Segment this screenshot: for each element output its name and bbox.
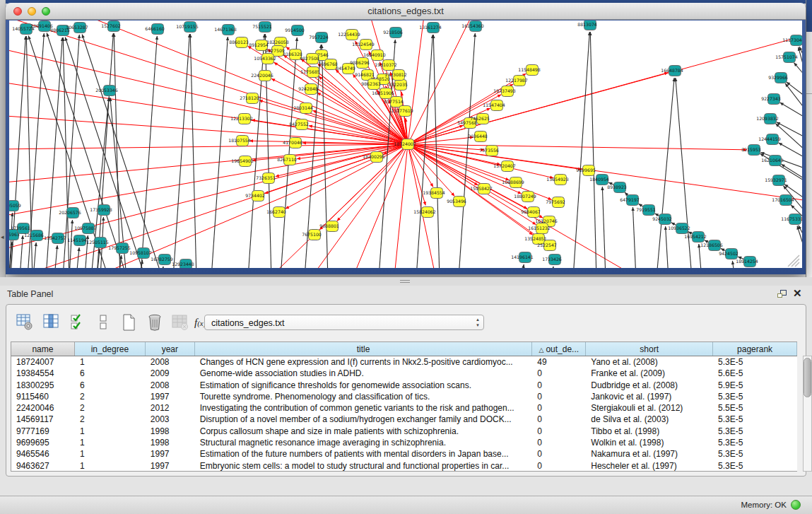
- table-cell: 9115460: [11, 391, 75, 402]
- network-node-label: 9914500: [285, 28, 305, 33]
- table-cell: 1997: [146, 460, 195, 472]
- table-cell: Corpus callosum shape and size in male p…: [195, 426, 533, 437]
- black-edge: [190, 34, 196, 268]
- network-node-label: 10543362: [254, 56, 276, 61]
- table-row[interactable]: 969969511998Structural magnetic resonanc…: [11, 437, 797, 448]
- table-selector-dropdown[interactable]: citations_edges.txt ▲▼: [204, 315, 484, 330]
- network-node-label: 7515521: [252, 24, 272, 29]
- column-header[interactable]: year: [146, 342, 195, 356]
- column-header[interactable]: title: [195, 342, 533, 356]
- network-node-label: 8215953: [741, 147, 761, 152]
- panel-collapse-arrow-icon[interactable]: ◂: [1, 233, 4, 240]
- table-scrollbar[interactable]: [803, 356, 812, 472]
- black-edge: [20, 235, 23, 268]
- table-cell: 6: [75, 368, 146, 379]
- network-node-label: 1662740: [266, 209, 286, 214]
- network-node-label: 9424502: [719, 251, 739, 256]
- table-cell: 0: [532, 380, 586, 391]
- table-cell: 5.5E-5: [713, 402, 797, 414]
- network-node-label: 11675331: [781, 216, 802, 221]
- table-cell: 5.9E-5: [713, 380, 797, 391]
- edge-arrowhead: [82, 34, 85, 37]
- table-row[interactable]: 911546021997Tourette syndrome. Phenomeno…: [11, 391, 797, 402]
- network-node-label: 15824062: [413, 209, 436, 214]
- table-cell: 0: [532, 414, 586, 425]
- table-header-row: namein_degreeyeartitle△out_de...shortpag…: [11, 342, 797, 356]
- red-edge: [9, 42, 408, 144]
- network-node-label: 8813074: [577, 22, 597, 27]
- network-node-label: 9088801: [319, 223, 339, 228]
- network-node-label: 8577514: [384, 99, 404, 104]
- splitter-grip-icon[interactable]: [400, 279, 410, 284]
- black-edge: [69, 220, 72, 268]
- background-window-edge: [806, 0, 812, 277]
- table-row[interactable]: 1872400712008Changes of HCN gene express…: [11, 356, 797, 368]
- network-node-label: 7919551: [636, 207, 656, 212]
- network-node-label: 13777619: [391, 108, 413, 113]
- network-node-label: 18107554: [228, 138, 251, 143]
- network-node-label: 4170046: [283, 140, 302, 145]
- network-node-label: 19737493: [493, 88, 516, 93]
- network-node-label: 19384554: [423, 190, 445, 195]
- table-row[interactable]: 2242004622012Investigating the contribut…: [11, 402, 797, 414]
- red-edge: [9, 144, 408, 268]
- table-settings-icon[interactable]: [16, 313, 33, 332]
- table-row[interactable]: 1456911722003Disruption of a novel membe…: [11, 414, 797, 425]
- column-header[interactable]: short: [586, 342, 713, 356]
- network-node-label: 1215686: [24, 233, 44, 238]
- left-collapsed-panel[interactable]: ◂: [0, 0, 6, 277]
- table-cell: Embryonic stem cells: a model to study s…: [195, 460, 533, 472]
- table-row[interactable]: 1938455462009Genome-wide association stu…: [11, 368, 797, 379]
- network-node-label: 17016504: [772, 197, 794, 202]
- table-cell: 1: [75, 437, 146, 448]
- table-cell: 5.3E-5: [713, 448, 797, 460]
- table-cell: Jankovic et al. (1997): [586, 391, 713, 402]
- table-cell: 0: [532, 448, 586, 460]
- edge-arrowhead: [42, 33, 45, 37]
- close-panel-icon[interactable]: ✕: [793, 288, 802, 299]
- network-node-label: 16210643: [761, 158, 784, 163]
- network-node-label: 16640910: [363, 52, 386, 57]
- edge-arrowhead: [394, 40, 396, 43]
- table-row[interactable]: 946554611997Estimation of the future num…: [11, 448, 797, 460]
- window-titlebar[interactable]: citations_edges.txt: [6, 3, 806, 20]
- network-node-label: 12217987: [505, 78, 528, 83]
- table-cell: 9465546: [11, 448, 75, 460]
- table-row[interactable]: 946362711997Embryonic stem cells: a mode…: [11, 460, 797, 472]
- panel-splitter[interactable]: [0, 277, 812, 286]
- column-header[interactable]: in_degree: [75, 342, 146, 356]
- network-node-label: 8427552: [289, 122, 309, 127]
- table-cell: de Silva et al. (2003): [586, 414, 713, 425]
- table-row[interactable]: 977716911998Corpus callosum shape and si…: [11, 426, 797, 437]
- network-node-label: 18226058: [266, 40, 289, 45]
- black-edge: [33, 243, 36, 268]
- delete-rows-icon[interactable]: [146, 313, 163, 332]
- network-node-label: 2036448: [468, 134, 488, 139]
- table-row[interactable]: 1830029562008Estimation of significance …: [11, 380, 797, 391]
- table-body: 1872400712008Changes of HCN gene express…: [11, 356, 797, 472]
- table-panel: Table Panel ✕: [0, 286, 812, 514]
- red-edge: [408, 144, 747, 150]
- table-cell: 1: [75, 460, 146, 472]
- column-header[interactable]: △out_de...: [532, 342, 586, 356]
- select-column-icon[interactable]: [43, 313, 60, 332]
- table-scrollbar-thumb[interactable]: [804, 358, 811, 397]
- table-cell: 2003: [146, 414, 195, 425]
- edge-arrowhead: [601, 187, 604, 190]
- network-node-label: 22420046: [251, 73, 273, 78]
- new-table-icon[interactable]: [121, 313, 138, 332]
- column-header[interactable]: pagerank: [713, 342, 797, 356]
- table-cell: 5.3E-5: [713, 414, 797, 425]
- column-header[interactable]: name: [11, 342, 75, 356]
- network-node-label: 12186506: [700, 243, 723, 247]
- float-window-icon[interactable]: [777, 290, 788, 299]
- edge-arrowhead: [473, 33, 476, 37]
- network-node-label: 1733426: [542, 257, 562, 262]
- network-canvas[interactable]: 1872400788601238912954182260589827509818…: [9, 21, 802, 268]
- table-cell: 19384554: [11, 368, 75, 379]
- memory-ok-indicator[interactable]: [791, 500, 801, 510]
- table-cell: 5.3E-5: [713, 426, 797, 437]
- table-cell: 2008: [146, 380, 195, 391]
- select-all-rows-icon[interactable]: [70, 313, 87, 332]
- unselect-rows-icon[interactable]: [95, 313, 112, 332]
